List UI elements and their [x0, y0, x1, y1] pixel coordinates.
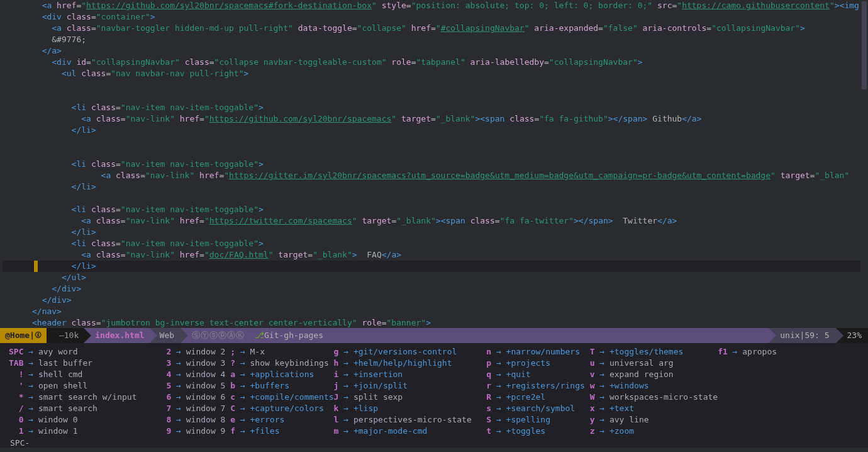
modeline-size: – 10k — [47, 328, 84, 343]
code-line[interactable]: <a class="nav-link" href="https://gitter… — [3, 170, 868, 181]
which-key-row: SPC → avy word 2 → window 2 ; → M-x g → … — [9, 346, 859, 358]
which-key-binding[interactable]: J → split sexp — [334, 392, 487, 403]
which-key-binding[interactable]: n → +narrow/numbers — [486, 346, 589, 358]
which-key-binding[interactable]: / → smart search — [9, 403, 166, 414]
which-key-binding[interactable]: ' → open shell — [9, 380, 166, 392]
which-key-binding[interactable]: ! → shell cmd — [9, 369, 166, 380]
code-line[interactable] — [3, 147, 868, 159]
code-line[interactable]: </nav> — [3, 306, 868, 317]
which-key-binding[interactable]: m → +major-mode-cmd — [334, 426, 487, 437]
which-key-binding[interactable]: v → expand region — [590, 369, 718, 380]
which-key-row: 1 → window 1 9 → window 9 f → +files m →… — [9, 426, 859, 437]
code-line[interactable]: <div id="collapsingNavbar" class="collap… — [3, 57, 868, 68]
which-key-binding[interactable]: 4 → window 4 — [166, 369, 230, 380]
which-key-binding[interactable]: * → smart search w/input — [9, 392, 166, 403]
which-key-binding[interactable]: f1 → apropos — [718, 346, 821, 358]
which-key-binding[interactable]: 7 → window 7 — [166, 403, 230, 414]
which-key-binding[interactable]: a → +applications — [230, 369, 333, 380]
which-key-binding[interactable]: s → +search/symbol — [486, 403, 589, 414]
code-line[interactable]: <a class="nav-link" href="https://twitte… — [3, 215, 868, 227]
which-key-binding[interactable]: 1 → window 1 — [9, 426, 166, 437]
modeline-percent: 23% — [836, 328, 868, 343]
which-key-binding[interactable]: 3 → window 3 — [166, 358, 230, 369]
which-key-row: * → smart search w/input 6 → window 6 c … — [9, 392, 859, 403]
which-key-binding[interactable]: i → +insertion — [334, 369, 487, 380]
which-key-binding[interactable]: u → universal arg — [590, 358, 718, 369]
which-key-input: SPC- — [9, 438, 859, 448]
which-key-binding[interactable]: c → +compile/comments — [230, 392, 333, 403]
which-key-binding[interactable]: ? → show keybindings — [230, 358, 333, 369]
which-key-binding[interactable]: k → +lisp — [334, 403, 487, 414]
which-key-binding[interactable]: b → +buffers — [230, 380, 333, 392]
code-line[interactable]: <a class="nav-link" href="https://github… — [3, 113, 868, 125]
which-key-binding[interactable]: h → +helm/help/highlight — [334, 358, 487, 369]
info-icon: 🛈 — [35, 328, 42, 343]
which-key-binding[interactable]: j → +join/split — [334, 380, 487, 392]
code-line[interactable]: </li> — [3, 181, 868, 193]
which-key-row: / → smart search 7 → window 7 C → +captu… — [9, 403, 859, 414]
which-key-binding[interactable]: g → +git/versions-control — [334, 346, 487, 358]
code-line[interactable]: <ul class="nav navbar-nav pull-right"> — [3, 68, 868, 79]
which-key-binding[interactable]: r → +registers/rings — [486, 380, 589, 392]
which-key-row: 0 → window 0 8 → window 8 e → +errors l … — [9, 414, 859, 426]
code-line[interactable]: <div class="container"> — [3, 11, 868, 23]
which-key-binding[interactable]: e → +errors — [230, 414, 333, 426]
modeline-workspace[interactable]: @Home | 🛈 — [0, 328, 47, 343]
modeline-vcs: ⎇ Git-gh-pages — [250, 328, 328, 343]
which-key-binding[interactable]: 6 → window 6 — [166, 392, 230, 403]
code-line[interactable] — [3, 193, 868, 204]
modeline-filename: index.html — [84, 328, 149, 343]
which-key-row: TAB → last buffer 3 → window 3 ? → show … — [9, 358, 859, 369]
code-line[interactable]: </a> — [3, 45, 868, 57]
which-key-binding[interactable]: l → perspectives-micro-state — [334, 414, 487, 426]
code-line[interactable]: <a href="https://github.com/syl20bnr/spa… — [3, 0, 868, 11]
code-editor[interactable]: <a href="https://github.com/syl20bnr/spa… — [0, 0, 868, 328]
which-key-binding[interactable]: W → workspaces-micro-state — [590, 392, 718, 403]
modeline-position: unix | 59: 5 — [769, 328, 835, 343]
scrollbar-thumb[interactable] — [862, 1, 867, 89]
code-line[interactable]: <a class="nav-link" href="doc/FAQ.html" … — [3, 249, 868, 261]
which-key-binding[interactable]: T → +toggles/themes — [590, 346, 718, 358]
which-key-binding[interactable]: y → avy line — [590, 414, 718, 426]
code-line[interactable]: <li class="nav-item nav-item-toggable"> — [3, 238, 868, 249]
code-line[interactable]: <li class="nav-item nav-item-toggable"> — [3, 159, 868, 170]
which-key-row: ' → open shell 5 → window 5 b → +buffers… — [9, 380, 859, 392]
modeline-minor-modes: ⓈⓎⓢⓟⒶⓀ — [181, 328, 250, 343]
code-line[interactable]: <li class="nav-item nav-item-toggable"> — [3, 102, 868, 113]
code-line[interactable]: </div> — [3, 283, 868, 295]
which-key-binding[interactable]: R → +pcre2el — [486, 392, 589, 403]
code-line[interactable]: </ul> — [3, 272, 868, 283]
code-line[interactable] — [3, 79, 868, 91]
which-key-binding[interactable]: 2 → window 2 — [166, 346, 230, 358]
which-key-binding[interactable]: ; → M-x — [230, 346, 333, 358]
which-key-binding[interactable]: 0 → window 0 — [9, 414, 166, 426]
which-key-binding[interactable]: z → +zoom — [590, 426, 718, 437]
code-line[interactable]: <header class="jumbotron bg-inverse text… — [3, 317, 868, 328]
which-key-binding[interactable]: TAB → last buffer — [9, 358, 166, 369]
which-key-binding[interactable]: p → +projects — [486, 358, 589, 369]
which-key-binding[interactable]: x → +text — [590, 403, 718, 414]
code-line[interactable] — [3, 91, 868, 102]
code-line[interactable]: </li> — [3, 227, 868, 238]
which-key-binding[interactable]: f → +files — [230, 426, 333, 437]
which-key-binding[interactable]: w → +windows — [590, 380, 718, 392]
which-key-binding[interactable]: SPC → avy word — [9, 346, 166, 358]
which-key-binding[interactable]: 5 → window 5 — [166, 380, 230, 392]
which-key-binding[interactable]: q → +quit — [486, 369, 589, 380]
which-key-row: ! → shell cmd 4 → window 4 a → +applicat… — [9, 369, 859, 380]
modeline: @Home | 🛈 – 10k index.html Web ⓈⓎⓢⓟⒶⓀ ⎇ … — [0, 328, 868, 343]
which-key-panel: SPC → avy word 2 → window 2 ; → M-x g → … — [0, 343, 868, 448]
which-key-binding[interactable]: 8 → window 8 — [166, 414, 230, 426]
code-line[interactable] — [3, 136, 868, 147]
which-key-binding[interactable]: S → +spelling — [486, 414, 589, 426]
code-line[interactable]: &#9776; — [3, 34, 868, 45]
which-key-binding[interactable]: t → +toggles — [486, 426, 589, 437]
code-line[interactable]: </li> — [3, 125, 868, 136]
code-line[interactable]: </li> — [3, 261, 868, 272]
scrollbar-vertical[interactable] — [860, 0, 868, 328]
code-line[interactable]: <li class="nav-item nav-item-toggable"> — [3, 204, 868, 215]
code-line[interactable]: <a class="navbar-toggler hidden-md-up pu… — [3, 23, 868, 34]
which-key-binding[interactable]: C → +capture/colors — [230, 403, 333, 414]
code-line[interactable]: </div> — [3, 295, 868, 306]
which-key-binding[interactable]: 9 → window 9 — [166, 426, 230, 437]
